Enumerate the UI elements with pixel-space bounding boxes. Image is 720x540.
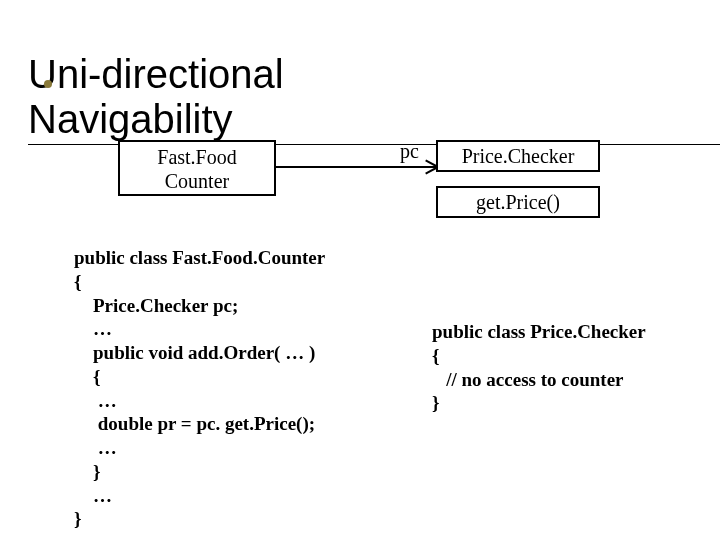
uml-class-pricechecker-method: get.Price()	[436, 186, 600, 218]
uml-class-fastfoodcounter: Fast.Food Counter	[118, 140, 276, 196]
slide: Uni-directional Navigability Fast.Food C…	[0, 0, 720, 540]
uml-class-name-line2: Counter	[120, 169, 274, 193]
uml-class-pricechecker-name: Price.Checker	[436, 140, 600, 172]
code-fastfoodcounter: public class Fast.Food.Counter { Price.C…	[74, 246, 325, 531]
code-pricechecker: public class Price.Checker { // no acces…	[432, 320, 646, 415]
bullet-icon	[44, 80, 52, 88]
uml-role-label: pc	[400, 140, 419, 163]
uml-class-name-line1: Fast.Food	[120, 145, 274, 169]
slide-title: Uni-directional Navigability	[28, 52, 720, 145]
uml-association-line	[276, 166, 436, 168]
